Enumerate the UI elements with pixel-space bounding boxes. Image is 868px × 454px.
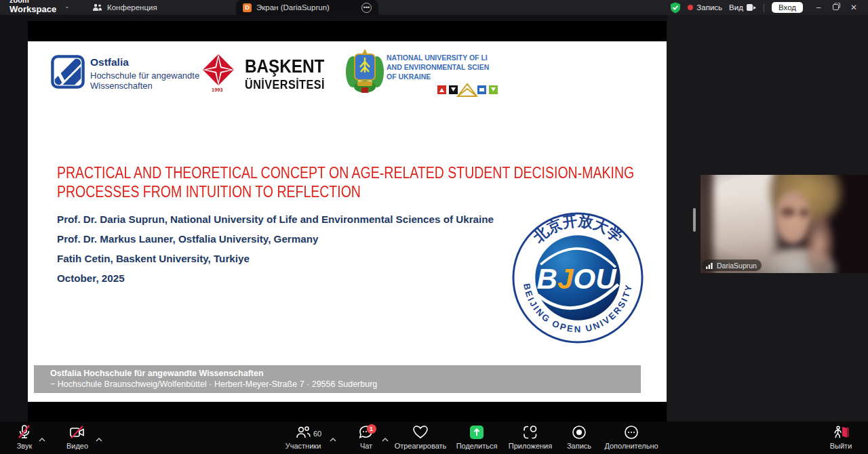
nules-logo-text: NATIONAL UNIVERSITY OF LI AND ENVIRONMEN… [387,53,489,81]
presentation-slide: Ostfalia Hochschule für angewandteWissen… [28,41,667,402]
connection-bars-icon [706,262,714,269]
camera-muted-icon [69,425,85,440]
security-shield-icon[interactable] [670,2,681,14]
nules-symbols-icon [428,80,509,100]
nules-logo: NATIONAL UNIVERSITY OF LI AND ENVIRONMEN… [345,47,511,102]
title-bar: zoom Workspace ⌄ Конференция D Экран (Da… [0,0,868,15]
recording-indicator: Запись [688,3,722,12]
close-button[interactable]: ✕ [845,3,863,12]
tab-conference[interactable]: Конференция [92,0,157,15]
participant-name: DariaSuprun [717,262,757,270]
more-button[interactable]: Дополнительно [591,424,672,450]
shared-screen: Ostfalia Hochschule für angewandteWissen… [28,21,667,421]
microphone-muted-icon [18,425,31,440]
ostfalia-logo [51,55,85,89]
leave-button[interactable]: Выйти [800,424,868,450]
tab-options-icon[interactable]: ••• [361,3,372,13]
tab-conference-label: Конференция [107,3,157,12]
tab-screen-label: Экран (DariaSuprun) [256,3,330,12]
people-icon [92,3,102,12]
login-button[interactable]: Вход [772,2,803,13]
baskent-year: 1993 [212,87,223,93]
restore-button[interactable] [827,3,845,12]
bjou-logo: BJOU 北京开放大学 BEIJING OPEN UNIVERSITY [511,211,644,344]
view-control[interactable]: Вид [729,3,756,12]
screen-share-badge: D [243,3,252,12]
chevron-down-icon[interactable]: ⌄ [64,3,70,9]
baskent-logo-text: BAŞKENT ÜNİVERSİTESİ [245,56,334,92]
app-name: Workspace [9,5,56,14]
video-panel: DariaSuprun [667,15,868,421]
heart-icon [412,425,429,440]
slide-footer: Ostfalia Hochschule für angewandte Wisse… [34,365,641,393]
chat-unread-badge: 1 [367,424,376,434]
leave-meeting-icon [833,425,849,440]
minimize-button[interactable]: – [810,3,827,12]
panel-drag-handle[interactable] [693,208,696,232]
participant-video[interactable]: DariaSuprun [701,175,868,273]
participants-count: 60 [313,430,321,438]
recording-label: Запись [696,3,722,12]
nules-emblem-icon [345,47,384,96]
participant-name-badge: DariaSuprun [702,260,762,271]
share-screen-icon [469,425,484,440]
slide-title: PRACTICAL AND THEORETICAL CONCEPT ON AGE… [57,164,634,201]
video-options-caret[interactable] [96,432,102,445]
view-label: Вид [729,3,743,12]
view-layout-icon [747,4,756,12]
record-icon [572,425,587,440]
ostfalia-logo-text: Ostfalia Hochschule für angewandteWissen… [90,56,199,91]
record-dot-icon [688,5,693,10]
more-icon [624,425,639,440]
app-logo[interactable]: zoom Workspace [9,0,56,14]
tab-screen-share[interactable]: D Экран (DariaSuprun) [236,0,378,15]
apps-icon [523,425,538,440]
svg-text:BJOU: BJOU [537,263,618,295]
slide-authors: Prof. Dr. Daria Suprun, National Univers… [57,213,494,292]
participants-icon [295,425,311,440]
separator: | [763,3,765,12]
screen-share-stage: Ostfalia Hochschule für angewandteWissen… [0,15,667,421]
video-button[interactable]: Видео [37,424,118,450]
baskent-star-icon [201,53,235,87]
meeting-toolbar: Звук Видео Участники 60 1 Чат [0,421,868,454]
